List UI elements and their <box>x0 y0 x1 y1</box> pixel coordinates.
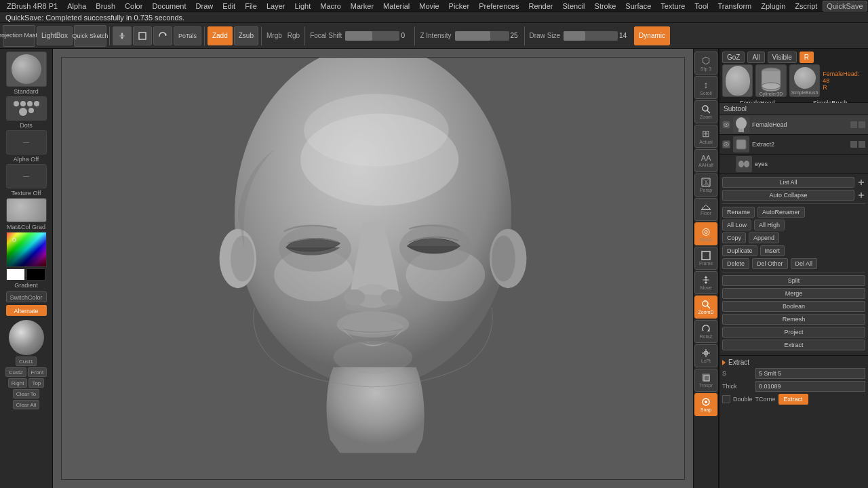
subtool-item-extract2[interactable]: Extract2 <box>719 135 868 155</box>
aahalf-btn[interactable]: AA AAHalf <box>694 149 717 172</box>
list-all-btn[interactable]: List All <box>722 177 854 188</box>
portals-btn[interactable]: PoTals <box>174 26 201 45</box>
remesh-btn[interactable]: Remesh <box>722 314 865 325</box>
focal-shift-slider[interactable]: 0 <box>345 31 412 41</box>
menu-zscript[interactable]: Zscript <box>791 1 821 11</box>
projection-master-btn[interactable]: Projection Master <box>3 25 35 47</box>
cust1-btn[interactable]: Cust1 <box>16 357 37 366</box>
clear-all-btn[interactable]: Clear All <box>13 400 40 409</box>
vis-icon-2[interactable] <box>850 141 857 148</box>
subtool-item-femalehead[interactable]: FemaleHead <box>719 115 868 135</box>
step3-btn[interactable]: ⬡ Stp 3 <box>694 52 717 75</box>
all-btn[interactable]: All <box>747 52 764 63</box>
move-tool-btn[interactable]: Move <box>694 271 717 294</box>
lightbox-btn[interactable]: LightBox <box>37 26 73 45</box>
menu-edit[interactable]: Edit <box>218 1 239 11</box>
move-btn[interactable] <box>113 26 132 45</box>
goz-btn[interactable]: GoZ <box>722 52 745 63</box>
extract-action-btn[interactable]: Extract <box>778 394 808 405</box>
delete-btn[interactable]: Delete <box>722 258 749 269</box>
project-btn[interactable]: Project <box>722 327 865 338</box>
menu-brush[interactable]: Brush <box>92 1 119 11</box>
z-intensity-slider[interactable]: 25 <box>455 31 521 41</box>
append-btn[interactable]: Append <box>749 232 779 243</box>
duplicate-btn[interactable]: Duplicate <box>722 245 757 256</box>
top-btn[interactable]: Top <box>28 378 44 388</box>
zsub-btn[interactable]: Zsub <box>234 26 258 45</box>
r-btn[interactable]: R <box>800 52 814 63</box>
persp-btn[interactable]: Persp <box>694 174 717 197</box>
center-canvas[interactable] <box>53 49 693 488</box>
right-btn[interactable]: Right <box>8 378 28 388</box>
menu-macro[interactable]: Macro <box>316 1 345 11</box>
menu-marker[interactable]: Marker <box>347 1 378 11</box>
scroll-btn[interactable]: ↕ Scroll <box>694 76 717 99</box>
lcpt-btn[interactable]: LcPt <box>694 344 717 367</box>
switch-color-btn[interactable]: SwitchColor <box>6 291 47 302</box>
menu-movie[interactable]: Movie <box>415 1 443 11</box>
viewport[interactable] <box>61 57 685 480</box>
subtool-header[interactable]: Subtool <box>719 103 868 115</box>
floor-btn[interactable]: Floor <box>694 198 717 221</box>
standard-brush-swatch[interactable] <box>6 52 47 87</box>
dots-swatch[interactable] <box>6 96 47 121</box>
cust2-btn[interactable]: Cust2 <box>5 367 26 377</box>
menu-surface[interactable]: Surface <box>621 1 655 11</box>
color-picker[interactable] <box>6 232 47 281</box>
extract-btn[interactable]: Extract <box>722 340 865 350</box>
rename-btn[interactable]: Rename <box>722 207 755 218</box>
all-high-btn[interactable]: All High <box>754 220 785 230</box>
simple-brush-thumb[interactable]: SimpleBrush <box>789 64 820 97</box>
front-btn[interactable]: Front <box>28 367 47 377</box>
draw-size-slider[interactable]: 14 <box>564 31 630 41</box>
female-head-thumb[interactable] <box>722 64 753 97</box>
menu-render[interactable]: Render <box>524 1 557 11</box>
split-btn[interactable]: Split <box>722 275 865 286</box>
subtool-item-eyes[interactable]: eyes <box>719 155 868 174</box>
transp-btn[interactable]: Trnspr <box>694 369 717 392</box>
menu-material[interactable]: Material <box>379 1 414 11</box>
frame-btn[interactable]: Frame <box>694 247 717 270</box>
menu-color[interactable]: Color <box>121 1 146 11</box>
vis-icon[interactable] <box>850 121 857 128</box>
texture-off-swatch[interactable]: — <box>6 164 47 188</box>
menu-zbrush[interactable]: ZBrush 4R8 P1 <box>3 1 62 11</box>
del-other-btn[interactable]: Del Other <box>752 258 788 269</box>
copy-btn[interactable]: Copy <box>722 232 746 243</box>
lock-icon-2[interactable] <box>859 141 865 148</box>
menu-layer[interactable]: Layer <box>262 1 290 11</box>
del-all-btn[interactable]: Del All <box>791 258 818 269</box>
solo2-btn[interactable]: ◎ Solo2 <box>694 222 717 245</box>
eye-icon[interactable] <box>722 121 730 129</box>
menu-tool[interactable]: Tool <box>690 1 712 11</box>
lock-icon[interactable] <box>859 121 865 128</box>
rotaz-btn[interactable]: RotaZ <box>694 320 717 343</box>
rotate-btn[interactable] <box>153 26 172 45</box>
zadd-btn[interactable]: Zadd <box>208 26 233 45</box>
extract-checkbox[interactable] <box>722 395 730 403</box>
menu-stencil[interactable]: Stencil <box>559 1 589 11</box>
eye-icon-2[interactable] <box>722 140 730 148</box>
menu-file[interactable]: File <box>241 1 261 11</box>
auto-collapse-btn[interactable]: Auto Collapse <box>722 190 854 201</box>
menu-transform[interactable]: Transform <box>714 1 756 11</box>
menu-draw[interactable]: Draw <box>192 1 218 11</box>
zoomd-btn[interactable]: ZoomD <box>694 296 717 319</box>
merge-btn[interactable]: Merge <box>722 288 865 299</box>
all-low-btn[interactable]: All Low <box>722 220 751 230</box>
color-swatch-white[interactable] <box>6 268 25 281</box>
clear-to-btn[interactable]: Clear To <box>13 389 40 399</box>
visible-btn[interactable]: Visible <box>768 52 797 63</box>
alternate-btn[interactable]: Alternate <box>6 305 47 316</box>
quick-sketch-btn[interactable]: Quick Sketch <box>74 25 106 47</box>
zoom-btn[interactable]: Zoom <box>694 100 717 123</box>
color-gradient-box[interactable] <box>6 232 47 267</box>
mat-col-swatch[interactable] <box>6 198 47 222</box>
menu-texture[interactable]: Texture <box>656 1 689 11</box>
alpha-off-swatch[interactable]: — <box>6 130 47 155</box>
snap-btn[interactable]: Snap <box>694 393 717 416</box>
boolean-btn[interactable]: Boolean <box>722 301 865 312</box>
dynamic-btn[interactable]: Dynamic <box>634 26 670 45</box>
actual-btn[interactable]: ⊞ Actual <box>694 125 717 148</box>
extract-thick-field[interactable]: 0.01089 <box>755 381 865 392</box>
